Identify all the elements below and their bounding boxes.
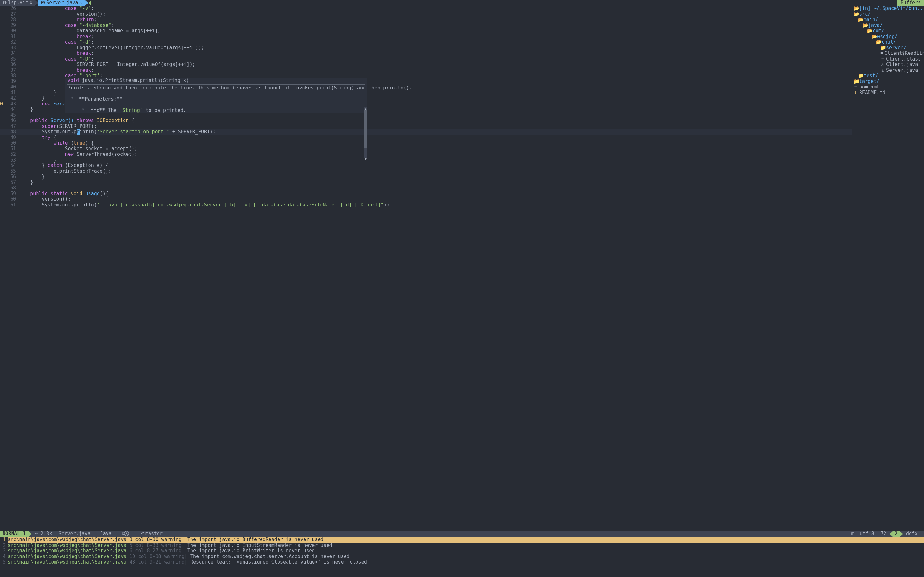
buffers-separator xyxy=(88,0,91,6)
loclist-item[interactable]: 4 src\main\java\com\wsdjeg\chat\Server.j… xyxy=(0,554,924,560)
filetype: Java xyxy=(97,531,115,537)
tree-item[interactable]: 📂java/ xyxy=(852,23,924,29)
code-line[interactable]: 45 xyxy=(0,113,852,118)
tree-item[interactable]: 📂wsdjeg/ xyxy=(852,34,924,40)
line-number: 59 xyxy=(5,191,19,197)
line-number: 35 xyxy=(5,56,19,62)
buffers-label[interactable]: Buffers xyxy=(897,0,924,6)
sign-column xyxy=(0,124,5,129)
sign-column xyxy=(0,62,5,68)
loclist-number: 1 xyxy=(0,537,8,543)
code-line[interactable]: 36 SERVER_PORT = Integer.valueOf(args[++… xyxy=(0,62,852,68)
tree-item[interactable]: 📂chat/ xyxy=(852,39,924,45)
sign-column xyxy=(0,28,5,34)
code-line[interactable]: 31 break; xyxy=(0,34,852,40)
tree-item[interactable]: ≡Client.class xyxy=(852,56,924,62)
loclist-item[interactable]: 1 src\main\java\com\wsdjeg\chat\Server.j… xyxy=(0,537,924,543)
loclist-item[interactable]: 3 src\main\java\com\wsdjeg\chat\Server.j… xyxy=(0,548,924,554)
indicators: ✗Ⓢ xyxy=(118,531,132,537)
loclist-item[interactable]: 2 src\main\java\com\wsdjeg\chat\Server.j… xyxy=(0,543,924,548)
code-line[interactable]: 57 } xyxy=(0,180,852,185)
code-editor[interactable]: 26 case "-v":27 version();28 return;29 c… xyxy=(0,6,852,531)
scroll-down-icon[interactable]: ▼ xyxy=(365,156,367,159)
code-content: version(); xyxy=(19,197,852,202)
code-line[interactable]: 37 break; xyxy=(0,68,852,73)
file-tree[interactable]: 📂[in] ~/.SpaceVim/bun...tti📂src/📂main/📂j… xyxy=(852,6,924,531)
loclist-position: |43 col 9-21 warning| xyxy=(126,559,187,565)
code-line[interactable]: 30 databaseFileName = args[++i]; xyxy=(0,28,852,34)
code-line[interactable]: 53 } xyxy=(0,157,852,163)
tree-item[interactable]: 📁test/ xyxy=(852,73,924,79)
code-line[interactable]: 56 } xyxy=(0,174,852,180)
sign-column xyxy=(0,45,5,51)
code-line[interactable]: 33 Logger.setLevel(Integer.valueOf(args[… xyxy=(0,45,852,51)
sign-column xyxy=(0,191,5,197)
sign-column xyxy=(0,113,5,118)
sign-column xyxy=(0,118,5,124)
file-icon: ≡ xyxy=(880,51,883,56)
location-list[interactable]: 1 src\main\java\com\wsdjeg\chat\Server.j… xyxy=(0,537,924,566)
code-line[interactable]: 50 while (true) { xyxy=(0,140,852,146)
tree-item[interactable]: 📂main/ xyxy=(852,17,924,23)
code-line[interactable]: 52 new ServerThread(socket); xyxy=(0,152,852,157)
code-line[interactable]: 26 case "-v": xyxy=(0,6,852,11)
code-line[interactable]: 47 super(SERVER_PORT); xyxy=(0,124,852,129)
code-line[interactable]: 49 try { xyxy=(0,135,852,141)
statusline-separator xyxy=(94,531,97,537)
scroll-up-icon[interactable]: ▲ xyxy=(365,106,367,109)
code-content: break; xyxy=(19,51,852,56)
code-line[interactable]: 32 case "-d": xyxy=(0,39,852,45)
code-line[interactable]: 46 public Server() throws IOException { xyxy=(0,118,852,124)
line-number: 45 xyxy=(5,113,19,118)
code-line[interactable]: 28 return; xyxy=(0,17,852,23)
loclist-item[interactable]: 5 src\main\java\com\wsdjeg\chat\Server.j… xyxy=(0,559,924,565)
code-content: return; xyxy=(19,17,852,23)
tree-item[interactable]: 📂src/ xyxy=(852,11,924,17)
defx-label: defx xyxy=(903,531,921,537)
code-line[interactable]: 59 public static void usage(){ xyxy=(0,191,852,197)
code-line[interactable]: 29 case "-database": xyxy=(0,23,852,29)
tab-separator xyxy=(85,0,88,6)
code-line[interactable]: 35 case "-D": xyxy=(0,56,852,62)
code-content: System.out.println("Server started on po… xyxy=(19,129,852,135)
loclist-message: Resource leak: '<unassigned Closeable va… xyxy=(187,559,367,565)
sign-column xyxy=(0,95,5,101)
tree-item-name: main/ xyxy=(864,17,878,23)
tree-item[interactable]: ⬇README.md xyxy=(852,90,924,96)
code-line[interactable]: 61 System.out.println(" java [-classpath… xyxy=(0,202,852,208)
code-line[interactable]: 55 e.printStackTrace(); xyxy=(0,169,852,174)
code-content: System.out.println(" java [-classpath] c… xyxy=(19,202,852,208)
scroll-thumb[interactable] xyxy=(365,110,367,148)
tab-number: ❶ xyxy=(3,0,7,6)
line-number: 57 xyxy=(5,180,19,185)
branch-icon: ⎇ xyxy=(139,531,144,537)
sign-column xyxy=(0,17,5,23)
tab-server-java[interactable]: ❷ Server.java ♨ xyxy=(38,0,85,6)
code-content: case "-v": xyxy=(19,6,852,11)
loclist-message: The import java.io.BufferedReader is nev… xyxy=(184,537,323,543)
tree-item[interactable]: ≡Client$ReadLineThre xyxy=(852,51,924,56)
tree-item[interactable]: 📁server/ xyxy=(852,45,924,51)
code-line[interactable]: 34 break; xyxy=(0,51,852,56)
tab-lsp-vim[interactable]: ❶ lsp.vim ✗ xyxy=(0,0,35,6)
folder-closed-icon: 📁 xyxy=(858,73,863,79)
code-line[interactable]: 60 version(); xyxy=(0,197,852,202)
tree-item[interactable]: ≡pom.xml xyxy=(852,84,924,90)
tree-item[interactable]: 📂[in] ~/.SpaceVim/bun...tti xyxy=(852,6,924,11)
hover-scrollbar[interactable]: ▲ ▼ xyxy=(365,107,367,158)
tree-item[interactable]: 📁target/ xyxy=(852,79,924,85)
code-line[interactable]: 51 Socket socket = accept(); xyxy=(0,146,852,152)
tree-item[interactable]: ♨Server.java xyxy=(852,68,924,73)
line-number: 58 xyxy=(5,185,19,191)
code-line[interactable]: 48 System.out.println("Server started on… xyxy=(0,129,852,135)
code-line[interactable]: 54 } catch (Exception e) { xyxy=(0,163,852,169)
git-branch: ⎇ master xyxy=(136,531,166,537)
code-line[interactable]: 58 xyxy=(0,185,852,191)
tree-item[interactable]: 📂com/ xyxy=(852,28,924,34)
code-content: databaseFileName = args[++i]; xyxy=(19,28,852,34)
sign-column xyxy=(0,107,5,113)
code-content: Socket socket = accept(); xyxy=(19,146,852,152)
tree-item[interactable]: ♨Client.java xyxy=(852,62,924,68)
mode-text: NORMAL xyxy=(3,531,20,537)
code-line[interactable]: 27 version(); xyxy=(0,11,852,17)
